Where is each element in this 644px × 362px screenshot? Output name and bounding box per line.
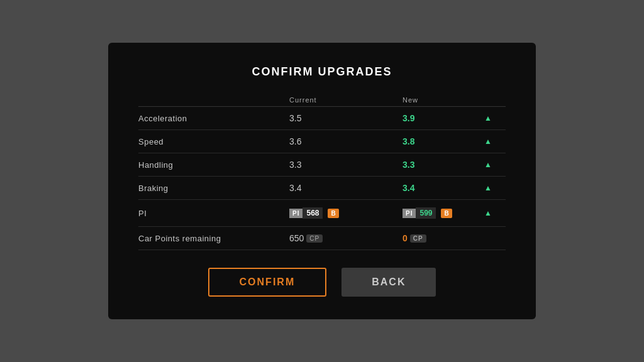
row-current-acceleration: 3.5 (289, 113, 402, 123)
arrow-up-icon: ▲ (484, 160, 492, 169)
modal-title: CONFIRM UPGRADES (138, 65, 506, 79)
row-current-pi: PI 568 B (289, 206, 402, 220)
row-new-acceleration: 3.9 (402, 113, 484, 123)
column-new-label: New (402, 96, 503, 104)
table-row-car-points: Car Points remaining 650 CP 0 CP (138, 227, 506, 250)
confirm-upgrades-modal: CONFIRM UPGRADES Current New Acceleratio… (108, 43, 536, 319)
row-label-acceleration: Acceleration (138, 114, 289, 123)
row-label-speed: Speed (138, 137, 289, 146)
arrow-up-icon: ▲ (484, 209, 492, 217)
row-label-braking: Braking (138, 184, 289, 193)
row-current-braking: 3.4 (289, 183, 402, 193)
pi-b-badge-current: B (328, 209, 338, 218)
cp-badge-current: CP (306, 234, 323, 243)
table-row: Speed 3.6 3.8 ▲ (138, 130, 506, 153)
confirm-button[interactable]: CONFIRM (208, 268, 327, 297)
arrow-up-icon: ▲ (484, 184, 492, 192)
row-current-speed: 3.6 (289, 136, 402, 146)
row-new-handling: 3.3 (402, 160, 484, 170)
row-new-braking: 3.4 (402, 183, 484, 193)
table-row: Acceleration 3.5 3.9 ▲ (138, 107, 506, 130)
row-label-handling: Handling (138, 160, 289, 170)
button-row: CONFIRM BACK (138, 268, 506, 297)
table-row: Braking 3.4 3.4 ▲ (138, 177, 506, 200)
table-header: Current New (138, 96, 506, 104)
pi-label-current: PI (289, 209, 303, 218)
row-new-pi: PI 599 B (402, 206, 484, 220)
row-label-pi: PI (138, 209, 289, 218)
row-new-speed: 3.8 (402, 136, 484, 146)
table-row-pi: PI PI 568 B PI 599 B ▲ (138, 200, 506, 227)
row-label-car-points: Car Points remaining (138, 234, 289, 243)
pi-badge-current: PI 568 (289, 206, 323, 220)
row-current-handling: 3.3 (289, 160, 402, 170)
cp-new-container: 0 CP (402, 233, 426, 243)
pi-label-new: PI (402, 209, 416, 218)
cp-badge-new: CP (410, 234, 426, 243)
pi-value-current: 568 (303, 207, 323, 219)
arrow-up-icon: ▲ (484, 114, 492, 123)
arrow-up-icon: ▲ (484, 137, 492, 146)
cp-current-value: 650 (289, 233, 304, 243)
cp-new-value: 0 (402, 233, 408, 243)
row-new-car-points: 0 CP (402, 233, 484, 243)
cp-current-container: 650 CP (289, 233, 323, 243)
row-current-car-points: 650 CP (289, 233, 402, 243)
column-current-label: Current (289, 96, 402, 104)
pi-b-badge-new: B (441, 209, 452, 218)
back-button[interactable]: BACK (341, 268, 436, 297)
table-row: Handling 3.3 3.3 ▲ (138, 153, 506, 177)
pi-badge-new: PI 599 (402, 206, 436, 220)
pi-value-new: 599 (416, 207, 436, 219)
